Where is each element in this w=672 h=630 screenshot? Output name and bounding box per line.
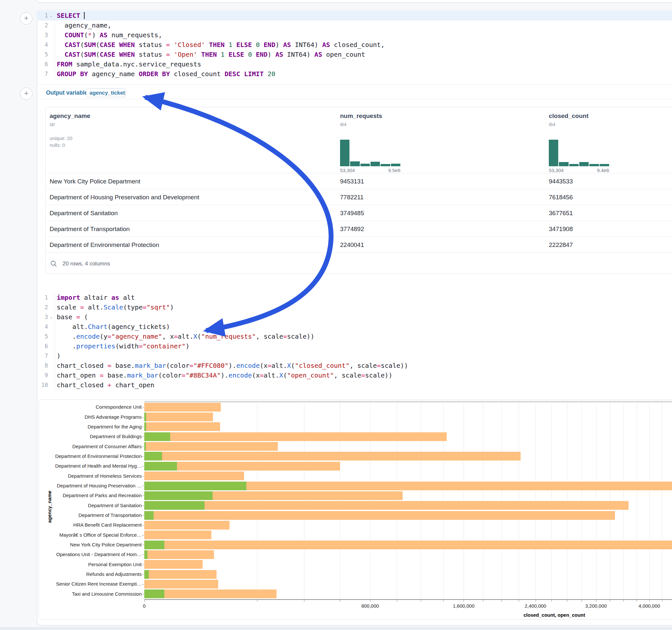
open-count-bar[interactable] (144, 550, 147, 559)
chart-gridline (463, 402, 464, 599)
chart-gridline (581, 402, 582, 599)
open-count-bar[interactable] (144, 442, 146, 451)
table-row[interactable]: New York City Police Department945313194… (46, 173, 672, 189)
x-axis-tick (623, 600, 624, 602)
python-line-5[interactable]: 5 .encode(y="agency_name", x=alt.X("num_… (37, 332, 672, 341)
chart-gridline (567, 402, 567, 599)
y-axis-tick (142, 476, 144, 477)
python-line-8[interactable]: 8chart_closed = base.mark_bar(color="#FF… (37, 361, 672, 370)
closed-count-bar[interactable] (144, 540, 672, 549)
code-text: CAST(SUM(CASE WHEN status = 'Open' THEN … (54, 50, 672, 59)
fold-chevron-icon[interactable]: ⌄ (48, 11, 54, 20)
line-number: 10 (37, 380, 48, 390)
sql-line-7[interactable]: 7GROUP BY agency_name ORDER BY closed_co… (37, 69, 672, 79)
y-axis-label: Department of Buildings (39, 434, 142, 439)
closed-count-bar[interactable] (144, 442, 278, 451)
closed-count-bar[interactable] (144, 511, 615, 520)
y-axis-tick (142, 417, 144, 417)
gutter-spacer (48, 30, 54, 40)
open-count-bar[interactable] (144, 570, 149, 579)
closed-count-bar[interactable] (144, 452, 521, 461)
add-cell-button-output[interactable]: + (20, 88, 32, 100)
histogram-bin (559, 162, 568, 166)
sql-editor[interactable]: 1⌄SELECT 2 agency_name,3 COUNT(*) AS num… (37, 11, 672, 79)
code-text: FROM sample_data.nyc.service_requests (54, 59, 672, 69)
open-count-bar[interactable] (144, 432, 170, 441)
add-cell-button-top[interactable]: + (20, 12, 32, 25)
closed-count-histogram (549, 140, 609, 166)
closed-count-bar[interactable] (144, 422, 220, 431)
closed-count-bar[interactable] (144, 550, 214, 559)
sql-line-5[interactable]: 5 CAST(SUM(CASE WHEN status = 'Open' THE… (37, 50, 672, 59)
table-row[interactable]: Department of Transportation377489234719… (46, 221, 672, 237)
sql-line-2[interactable]: 2 agency_name, (37, 20, 672, 30)
y-axis-label: Department of Environmental Protection (39, 453, 142, 459)
sql-line-3[interactable]: 3 COUNT(*) AS num_requests, (37, 30, 672, 40)
python-line-1[interactable]: 1import altair as alt (37, 293, 672, 302)
closed-count-bar[interactable] (144, 471, 244, 480)
column-header-num-requests[interactable]: num_requests i64 (340, 107, 382, 127)
chart-gridline (257, 402, 257, 599)
closed-count-bar[interactable] (144, 413, 213, 421)
open-count-bar[interactable] (144, 462, 177, 470)
y-axis-tick (142, 486, 144, 486)
table-row[interactable]: Department of Sanitation37494853677651 (46, 205, 672, 221)
closed-count-bar[interactable] (144, 501, 628, 510)
line-number: 5 (37, 50, 48, 59)
histogram-bin (589, 164, 599, 166)
open-count-bar[interactable] (144, 482, 246, 490)
python-line-6[interactable]: 6 .properties(width="container") (37, 341, 672, 351)
python-line-2[interactable]: 2scale = alt.Scale(type="sqrt") (37, 302, 672, 312)
python-line-3[interactable]: 3⌄base = ( (37, 312, 672, 322)
cell-closed-count: 3471908 (549, 221, 573, 237)
y-axis-tick (142, 564, 144, 565)
python-line-7[interactable]: 7) (37, 351, 672, 361)
open-count-bar[interactable] (144, 491, 213, 500)
line-number: 6 (37, 59, 48, 69)
x-axis-tick (463, 600, 464, 602)
closed-count-bar[interactable] (144, 521, 230, 530)
closed-count-bar[interactable] (144, 403, 221, 412)
code-text: .properties(width="container") (54, 341, 672, 351)
chart-gridline (483, 402, 483, 599)
open-count-bar[interactable] (144, 452, 162, 461)
y-axis-title: agency_name (47, 487, 52, 526)
closed-count-bar[interactable] (144, 432, 447, 441)
column-header-agency-name[interactable]: agency_name str unique: 20 nulls: 0 (50, 107, 91, 148)
chart-gridline (340, 402, 340, 599)
open-count-bar[interactable] (144, 501, 205, 510)
sql-line-4[interactable]: 4 CAST(SUM(CASE WHEN status = 'Closed' T… (37, 40, 672, 50)
chart-gridline (421, 402, 421, 599)
python-line-10[interactable]: 10chart_closed + chart_open (37, 380, 672, 390)
table-row[interactable]: Department of Housing Preservation and D… (46, 189, 672, 205)
chart-scrollbar[interactable] (144, 401, 672, 403)
x-axis-tick (596, 600, 597, 602)
x-axis-tick (257, 600, 257, 602)
open-count-bar[interactable] (144, 589, 164, 598)
histogram-bin (549, 140, 558, 166)
closed-count-bar[interactable] (144, 580, 218, 588)
sql-line-1[interactable]: 1⌄SELECT (37, 11, 672, 20)
python-editor[interactable]: 1import altair as alt2scale = alt.Scale(… (37, 293, 672, 390)
column-type: i64 (340, 122, 382, 127)
output-variable-pill[interactable]: agency_tickets (86, 89, 126, 97)
open-count-bar[interactable] (144, 413, 146, 421)
table-row[interactable]: Department of Environmental Protection22… (46, 237, 672, 253)
fold-chevron-icon[interactable]: ⌄ (48, 312, 54, 322)
x-axis-tick-label: 800,000 (361, 603, 379, 609)
closed-count-bar[interactable] (144, 560, 202, 569)
y-axis-label: New York City Police Department (39, 542, 142, 547)
open-count-bar[interactable] (144, 422, 146, 431)
python-line-4[interactable]: 4 alt.Chart(agency_tickets) (37, 322, 672, 332)
closed-count-bar[interactable] (144, 570, 217, 579)
closed-count-bar[interactable] (144, 531, 211, 539)
gutter-spacer (48, 380, 54, 390)
x-axis-tick-label: 0 (143, 603, 146, 609)
python-line-9[interactable]: 9chart_open = base.mark_bar(color="#8BC3… (37, 370, 672, 380)
line-number: 3 (37, 312, 48, 322)
search-icon[interactable] (50, 260, 57, 267)
open-count-bar[interactable] (144, 540, 164, 549)
open-count-bar[interactable] (144, 511, 154, 520)
sql-line-6[interactable]: 6FROM sample_data.nyc.service_requests (37, 59, 672, 69)
column-header-closed-count[interactable]: closed_count i64 (549, 107, 589, 127)
